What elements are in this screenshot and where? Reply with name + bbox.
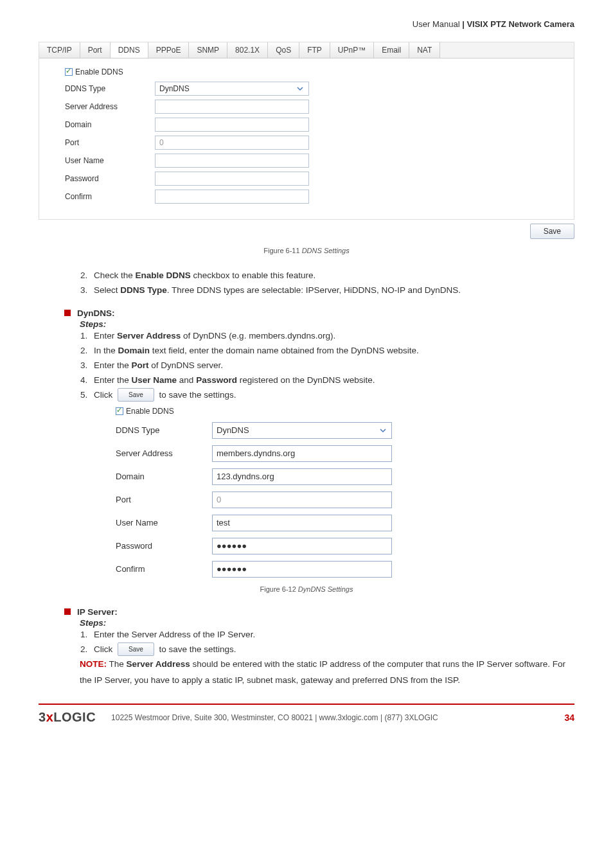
ddns-type-select-2[interactable]: DynDNS xyxy=(212,422,392,439)
ddns-settings-screenshot: TCP/IP Port DDNS PPPoE SNMP 802.1X QoS F… xyxy=(39,42,574,220)
ddns-type-value-2: DynDNS xyxy=(217,425,249,435)
enable-ddns-label-2: Enable DDNS xyxy=(126,407,174,416)
password-label-2: Password xyxy=(116,541,212,551)
confirm-input[interactable] xyxy=(155,190,309,204)
ipserver-steps: Enter the Server Address of the IP Serve… xyxy=(90,628,574,657)
bullet-icon xyxy=(64,608,71,615)
username-input-2[interactable]: test xyxy=(212,515,392,531)
ddns-form: Enable DDNS DDNS Type DynDNS Server Addr… xyxy=(39,58,574,219)
domain-label-2: Domain xyxy=(116,472,212,481)
page-footer: 3xLOGIC 10225 Westmoor Drive, Suite 300,… xyxy=(39,710,574,725)
enable-ddns-row: Enable DDNS xyxy=(65,67,548,76)
enable-ddns-label: Enable DDNS xyxy=(75,67,123,76)
footer-address: 10225 Westmoor Drive, Suite 300, Westmin… xyxy=(111,713,438,722)
dyndns-heading: DynDNS: xyxy=(64,308,574,318)
settings-tabs: TCP/IP Port DDNS PPPoE SNMP 802.1X QoS F… xyxy=(39,42,574,58)
tab-pppoe[interactable]: PPPoE xyxy=(148,42,190,58)
tab-email[interactable]: Email xyxy=(374,42,409,58)
ipserver-steps-label: Steps: xyxy=(80,618,574,628)
header-prefix: User Manual xyxy=(413,19,462,29)
domain-input-2[interactable]: 123.dyndns.org xyxy=(212,468,392,485)
password-input-2[interactable]: ●●●●●● xyxy=(212,538,392,554)
logo: 3xLOGIC xyxy=(39,710,96,725)
ipserver-step-1: Enter the Server Address of the IP Serve… xyxy=(90,628,574,642)
server-address-label: Server Address xyxy=(65,102,155,111)
ipserver-heading: IP Server: xyxy=(64,607,574,617)
tab-ddns[interactable]: DDNS xyxy=(111,42,148,58)
dyndns-steps-label: Steps: xyxy=(80,319,574,329)
note-label: NOTE: xyxy=(80,659,107,669)
dyndns-step-1: Enter Server Address of DynDNS (e.g. mem… xyxy=(90,329,574,344)
username-input[interactable] xyxy=(155,154,309,168)
dyndns-example-screenshot: Enable DDNS DDNS Type DynDNS Server Addr… xyxy=(116,407,411,578)
chevron-down-icon xyxy=(378,426,387,435)
tab-upnp[interactable]: UPnP™ xyxy=(330,42,374,58)
port-input[interactable]: 0 xyxy=(155,136,309,150)
enable-ddns-checkbox-2[interactable] xyxy=(116,407,123,415)
server-address-input-2[interactable]: members.dyndns.org xyxy=(212,445,392,462)
tab-ftp[interactable]: FTP xyxy=(299,42,330,58)
figure-6-11-caption: Figure 6-11 DDNS Settings xyxy=(39,247,574,254)
dyndns-step-3: Enter the Port of DynDNS server. xyxy=(90,359,574,373)
tab-8021x[interactable]: 802.1X xyxy=(227,42,268,58)
port-label-2: Port xyxy=(116,495,212,504)
username-label: User Name xyxy=(65,156,155,165)
username-label-2: User Name xyxy=(116,518,212,527)
enable-ddns-row-2: Enable DDNS xyxy=(116,407,411,416)
save-row: Save xyxy=(39,224,574,239)
step-2: Check the Enable DDNS checkbox to enable… xyxy=(90,269,574,283)
page-number: 34 xyxy=(564,713,574,723)
tab-snmp[interactable]: SNMP xyxy=(189,42,227,58)
inline-save-button-2[interactable]: Save xyxy=(118,642,154,656)
server-address-input[interactable] xyxy=(155,100,309,114)
password-input[interactable] xyxy=(155,172,309,186)
tab-port[interactable]: Port xyxy=(80,42,111,58)
inline-save-button[interactable]: Save xyxy=(118,388,154,402)
enable-ddns-checkbox[interactable] xyxy=(65,68,73,76)
port-input-2[interactable]: 0 xyxy=(212,492,392,508)
dyndns-step-2: In the Domain text field, enter the doma… xyxy=(90,344,574,359)
header-title: | VISIX PTZ Network Camera xyxy=(462,19,574,29)
step-3: Select DDNS Type. Three DDNS types are s… xyxy=(90,283,574,298)
ddns-type-label: DDNS Type xyxy=(65,84,155,93)
page-header: User Manual | VISIX PTZ Network Camera xyxy=(39,19,574,29)
ddns-type-label-2: DDNS Type xyxy=(116,425,212,435)
post-figure-steps: Check the Enable DDNS checkbox to enable… xyxy=(90,269,574,298)
dyndns-steps: Enter Server Address of DynDNS (e.g. mem… xyxy=(90,329,574,403)
domain-label: Domain xyxy=(65,120,155,129)
tab-nat[interactable]: NAT xyxy=(409,42,440,58)
confirm-input-2[interactable]: ●●●●●● xyxy=(212,561,392,578)
confirm-label: Confirm xyxy=(65,192,155,201)
port-label: Port xyxy=(65,138,155,147)
footer-divider xyxy=(39,704,574,705)
password-label: Password xyxy=(65,174,155,183)
dyndns-step-5: Click Save to save the settings. xyxy=(90,388,574,403)
save-button[interactable]: Save xyxy=(530,224,574,239)
domain-input[interactable] xyxy=(155,118,309,132)
tab-qos[interactable]: QoS xyxy=(268,42,299,58)
confirm-label-2: Confirm xyxy=(116,564,212,574)
figure-6-12-caption: Figure 6-12 DynDNS Settings xyxy=(39,585,574,593)
chevron-down-icon xyxy=(296,84,305,93)
tab-tcpip[interactable]: TCP/IP xyxy=(39,42,80,58)
ipserver-note: NOTE: The Server Address should be enter… xyxy=(80,657,568,688)
dyndns-step-4: Enter the User Name and Password registe… xyxy=(90,373,574,388)
ddns-type-select[interactable]: DynDNS xyxy=(155,82,309,96)
server-address-label-2: Server Address xyxy=(116,448,212,458)
ipserver-step-2: Click Save to save the settings. xyxy=(90,642,574,657)
bullet-icon xyxy=(64,310,71,316)
ddns-type-value: DynDNS xyxy=(159,84,190,93)
